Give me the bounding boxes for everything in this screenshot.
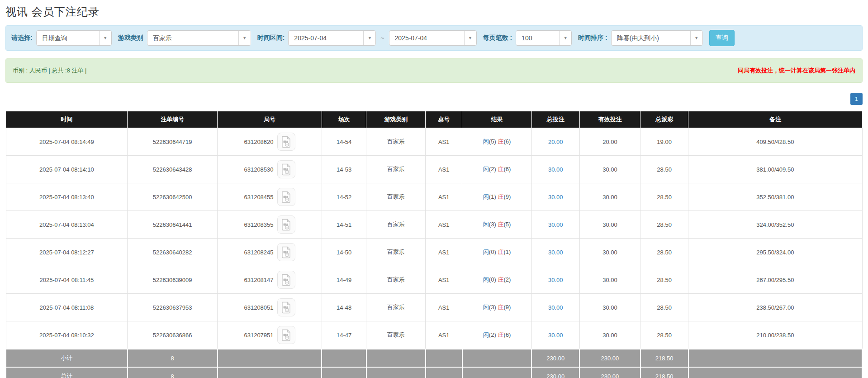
session-cell: 14-53	[322, 156, 366, 183]
caret-down-icon[interactable]: ▼	[690, 31, 702, 45]
table-row: 2025-07-04 08:13:04 522630641441 6312083…	[6, 211, 862, 239]
per-page-select[interactable]: 100 ▼	[516, 30, 572, 46]
bet-id-cell: 522630644719	[128, 128, 218, 156]
col-table-no: 桌号	[426, 111, 462, 128]
valid-bet-cell: 30.00	[579, 156, 640, 183]
col-session: 场次	[322, 111, 366, 128]
summary-bar: 币别 : 人民币 | 总共 :8 注单 | 同局有效投注，统一计算在该局第一张注…	[5, 58, 863, 83]
time-cell: 2025-07-04 08:11:45	[6, 266, 128, 294]
session-cell: 14-49	[322, 266, 366, 294]
caret-down-icon[interactable]: ▼	[559, 31, 571, 45]
total-bet-link[interactable]: 30.00	[548, 277, 563, 283]
result-player: 闲	[483, 138, 489, 145]
payout-cell: 28.50	[640, 211, 688, 239]
game-type-select[interactable]: 百家乐 ▼	[147, 30, 251, 46]
result-banker-points: (6)	[503, 166, 511, 172]
time-range-label: 时间区间:	[257, 34, 285, 42]
total-valid-bet: 230.00	[579, 367, 640, 378]
round-id-value: 631208051	[244, 304, 273, 311]
date-from-value: 2025-07-04	[289, 31, 363, 45]
video-replay-button[interactable]	[277, 298, 295, 316]
sort-order-select[interactable]: 降幂(由大到小) ▼	[611, 30, 703, 46]
video-replay-button[interactable]	[277, 271, 295, 289]
round-id-cell: 631207951	[218, 321, 322, 349]
result-player-points: (2)	[489, 331, 496, 338]
result-banker-points: (2)	[503, 276, 511, 283]
result-cell: 闲(1) 庄(9)	[462, 183, 531, 211]
video-file-icon	[281, 191, 291, 203]
result-banker: 庄	[498, 221, 503, 228]
time-cell: 2025-07-04 08:14:10	[6, 156, 128, 183]
session-cell: 14-50	[322, 239, 366, 266]
page-container: 视讯 会员下注纪录 请选择: 日期查询 ▼ 游戏类别 百家乐 ▼ 时间区间: 2…	[0, 0, 868, 378]
video-replay-button[interactable]	[277, 133, 295, 151]
result-player: 闲	[483, 166, 489, 172]
total-bet-link[interactable]: 30.00	[548, 304, 563, 311]
same-round-notice: 同局有效投注，统一计算在该局第一张注单内	[738, 67, 855, 75]
col-time: 时间	[6, 111, 128, 128]
total-bet-cell: 20.00	[531, 128, 579, 156]
session-cell: 14-52	[322, 183, 366, 211]
video-replay-button[interactable]	[277, 215, 295, 234]
range-separator: ~	[379, 34, 385, 42]
round-id-value: 631208530	[244, 166, 273, 173]
session-cell: 14-48	[322, 294, 366, 321]
round-id-cell: 631208455	[218, 183, 322, 211]
col-total-bet: 总投注	[531, 111, 579, 128]
total-bet-cell: 30.00	[531, 294, 579, 321]
total-bet-link[interactable]: 30.00	[548, 221, 563, 228]
table-row: 2025-07-04 08:14:10 522630643428 6312085…	[6, 156, 862, 183]
caret-down-icon[interactable]: ▼	[99, 31, 111, 45]
caret-down-icon[interactable]: ▼	[464, 31, 476, 45]
table-row: 2025-07-04 08:10:32 522630636866 6312079…	[6, 321, 862, 349]
caret-down-icon[interactable]: ▼	[238, 31, 251, 45]
session-cell: 14-51	[322, 211, 366, 239]
table-no-cell: AS1	[426, 294, 462, 321]
caret-down-icon[interactable]: ▼	[363, 31, 375, 45]
table-no-cell: AS1	[426, 128, 462, 156]
video-replay-button[interactable]	[277, 188, 295, 206]
result-cell: 闲(3) 庄(5)	[462, 211, 531, 239]
total-bet-link[interactable]: 30.00	[548, 194, 563, 201]
video-file-icon	[281, 274, 291, 286]
round-id-cell: 631208530	[218, 156, 322, 183]
query-button[interactable]: 查询	[709, 30, 735, 46]
bet-id-cell: 522630643428	[128, 156, 218, 183]
round-id-value: 631208455	[244, 194, 273, 201]
result-cell: 闲(3) 庄(9)	[462, 294, 531, 321]
game-type-cell: 百家乐	[366, 239, 426, 266]
query-type-value: 日期查询	[37, 31, 99, 45]
video-replay-button[interactable]	[277, 326, 295, 344]
result-player: 闲	[483, 193, 489, 200]
video-replay-button[interactable]	[277, 160, 295, 178]
result-banker: 庄	[498, 331, 503, 338]
query-type-select[interactable]: 日期查询 ▼	[36, 30, 112, 46]
table-header: 时间 注单编号 局号 场次 游戏类别 桌号 结果 总投注 有效投注 总派彩 备注	[6, 111, 862, 128]
session-cell: 14-47	[322, 321, 366, 349]
video-replay-button[interactable]	[277, 243, 295, 261]
total-bet-link[interactable]: 30.00	[548, 166, 563, 173]
date-from-input[interactable]: 2025-07-04 ▼	[288, 30, 376, 46]
total-bet-link[interactable]: 20.00	[548, 139, 563, 145]
round-id-value: 631208620	[244, 139, 273, 145]
time-cell: 2025-07-04 08:11:08	[6, 294, 128, 321]
col-remark: 备注	[688, 111, 862, 128]
date-to-input[interactable]: 2025-07-04 ▼	[389, 30, 477, 46]
bet-id-cell: 522630640282	[128, 239, 218, 266]
select-label: 请选择:	[11, 34, 33, 42]
total-label: 总计	[6, 367, 128, 378]
game-type-cell: 百家乐	[366, 183, 426, 211]
table-no-cell: AS1	[426, 211, 462, 239]
video-file-icon	[281, 163, 291, 176]
payout-cell: 28.50	[640, 239, 688, 266]
payout-cell: 28.50	[640, 156, 688, 183]
result-player-points: (0)	[489, 249, 496, 255]
total-bet-link[interactable]: 30.00	[548, 249, 563, 256]
total-payout: 218.50	[640, 367, 688, 378]
game-type-cell: 百家乐	[366, 128, 426, 156]
game-type-cell: 百家乐	[366, 321, 426, 349]
table-no-cell: AS1	[426, 156, 462, 183]
subtotal-valid-bet: 230.00	[579, 349, 640, 367]
page-1-button[interactable]: 1	[850, 93, 863, 105]
total-bet-link[interactable]: 30.00	[548, 332, 563, 339]
